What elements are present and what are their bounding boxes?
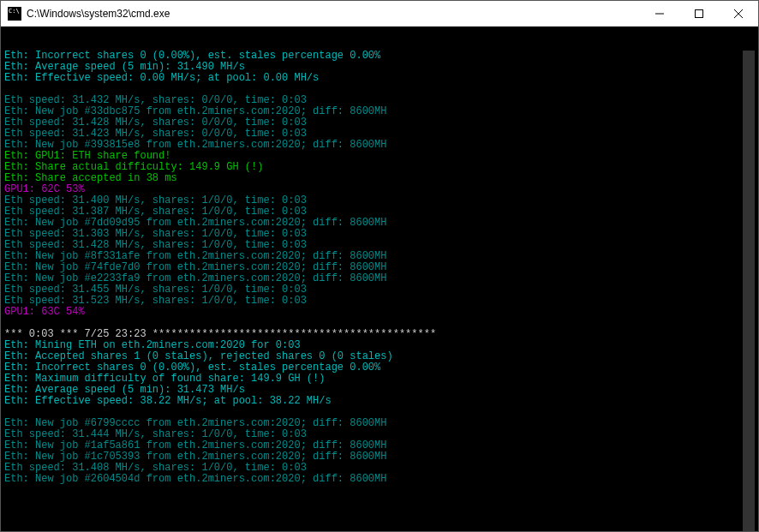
console-line: Eth: Effective speed: 38.22 MH/s; at poo… bbox=[4, 396, 743, 407]
close-icon bbox=[734, 9, 743, 18]
console-line: Eth: Effective speed: 0.00 MH/s; at pool… bbox=[4, 73, 743, 84]
close-button[interactable] bbox=[719, 1, 758, 26]
cmd-window: C:\Windows\system32\cmd.exe Eth: Incorre… bbox=[0, 0, 759, 532]
console-output: Eth: Incorrect shares 0 (0.00%), est. st… bbox=[4, 51, 755, 531]
window-controls bbox=[640, 1, 758, 26]
svg-rect-1 bbox=[696, 9, 703, 17]
window-title: C:\Windows\system32\cmd.exe bbox=[27, 8, 640, 20]
console-line: GPU1: 63C 54% bbox=[4, 307, 743, 318]
console-area[interactable]: Eth: Incorrect shares 0 (0.00%), est. st… bbox=[1, 27, 758, 531]
titlebar[interactable]: C:\Windows\system32\cmd.exe bbox=[1, 1, 758, 27]
minimize-icon bbox=[655, 9, 664, 18]
console-line: Eth speed: 31.523 MH/s, shares: 1/0/0, t… bbox=[4, 296, 743, 307]
cmd-icon bbox=[8, 7, 21, 21]
console-line: Eth: New job #2604504d from eth.2miners.… bbox=[4, 474, 743, 485]
maximize-icon bbox=[695, 9, 703, 18]
minimize-button[interactable] bbox=[640, 1, 679, 26]
maximize-button[interactable] bbox=[679, 1, 719, 26]
console-line: Eth: Share accepted in 38 ms bbox=[4, 173, 743, 184]
